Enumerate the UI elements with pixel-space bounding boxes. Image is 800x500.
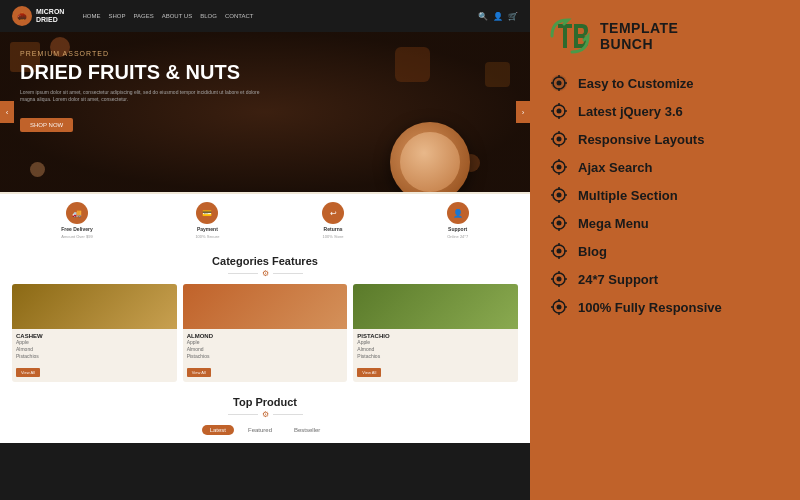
svg-point-32: [557, 221, 562, 226]
support-icon: 👤: [447, 202, 469, 224]
svg-point-8: [557, 109, 562, 114]
delivery-icon: 🚚: [66, 202, 88, 224]
nav-blog: BLOG: [200, 13, 217, 19]
hero-section: PREMIUM ASSORTED DRIED FRUITS & NUTS Lor…: [0, 32, 530, 192]
hero-product-image: [390, 122, 470, 192]
support-sublabel: Online 24*7: [447, 234, 468, 239]
template-bunch-logo: [550, 16, 590, 56]
hero-next-button[interactable]: ›: [516, 101, 530, 123]
almond-view-btn[interactable]: View All: [187, 368, 211, 377]
delivery-sublabel: Amount Over $99: [61, 234, 92, 239]
tab-latest[interactable]: Latest: [202, 425, 234, 435]
support-label: Support: [448, 226, 467, 232]
logo-icon: 🌰: [12, 6, 32, 26]
feature-text-responsive: Responsive Layouts: [578, 132, 704, 147]
category-almond: ALMOND AppleAlmondPistachios View All: [183, 284, 348, 382]
feature-text-jquery: Latest jQuery 3.6: [578, 104, 683, 119]
pistachio-items: AppleAlmondPistachios: [357, 339, 514, 360]
feature-row-support: 24*7 Support: [550, 270, 780, 288]
feature-row-mega: Mega Menu: [550, 214, 780, 232]
delivery-label: Free Delivery: [61, 226, 92, 232]
returns-sublabel: 100% Store: [323, 234, 344, 239]
tp-divider-icon: ⚙: [262, 410, 269, 419]
tab-bestseller[interactable]: Bestseller: [286, 425, 328, 435]
tp-divider-left: [228, 414, 258, 415]
nav-links: HOME SHOP PAGES ABOUT US BLOG CONTACT: [82, 13, 470, 19]
search-icon: 🔍: [478, 12, 488, 21]
nav-home: HOME: [82, 13, 100, 19]
tp-divider-right: [273, 414, 303, 415]
multiple-bullet: [550, 186, 568, 204]
cart-icon: 🛒: [508, 12, 518, 21]
feature-text-ajax: Ajax Search: [578, 160, 652, 175]
svg-point-2: [557, 81, 562, 86]
svg-point-14: [557, 137, 562, 142]
nav-shop: SHOP: [108, 13, 125, 19]
nav-about: ABOUT US: [162, 13, 193, 19]
hero-title: DRIED FRUITS & NUTS: [20, 61, 260, 83]
nav-icon-group: 🔍 👤 🛒: [478, 12, 518, 21]
cashew-items: AppleAlmondPistachios: [16, 339, 173, 360]
ajax-bullet: [550, 158, 568, 176]
feature-row-fullresponsive: 100% Fully Responsive: [550, 298, 780, 316]
tab-featured[interactable]: Featured: [240, 425, 280, 435]
hero-description: Lorem ipsum dolor sit amet, consectetur …: [20, 89, 260, 103]
jquery-bullet: [550, 102, 568, 120]
svg-point-38: [557, 249, 562, 254]
categories-title: Categories Features: [12, 255, 518, 267]
mega-bullet: [550, 214, 568, 232]
feature-text-multiple: Multiple Section: [578, 188, 678, 203]
pistachio-info: PISTACHIO AppleAlmondPistachios View All: [353, 329, 518, 382]
almond-items: AppleAlmondPistachios: [187, 339, 344, 360]
svg-point-50: [557, 305, 562, 310]
feature-row-responsive: Responsive Layouts: [550, 130, 780, 148]
feature-text-customize: Easy to Customize: [578, 76, 694, 91]
categories-section: Categories Features ⚙ CASHEW AppleAlmond…: [0, 247, 530, 390]
hero-content: PREMIUM ASSORTED DRIED FRUITS & NUTS Lor…: [0, 32, 280, 150]
divider-line-right: [273, 273, 303, 274]
brand-name: TEMPLATE BUNCH: [600, 20, 678, 52]
hero-subtitle: PREMIUM ASSORTED: [20, 50, 260, 57]
user-icon: 👤: [493, 12, 503, 21]
payment-label: Payment: [197, 226, 218, 232]
almond-image: [183, 284, 348, 329]
returns-icon: ↩: [322, 202, 344, 224]
features-strip: 🚚 Free Delivery Amount Over $99 💳 Paymen…: [0, 192, 530, 247]
feature-text-fullresponsive: 100% Fully Responsive: [578, 300, 722, 315]
product-tabs: Latest Featured Bestseller: [12, 425, 518, 435]
feature-row-multiple: Multiple Section: [550, 186, 780, 204]
nav-pages: PAGES: [133, 13, 153, 19]
nut-bowl-inner: [400, 132, 460, 192]
cashew-image: [12, 284, 177, 329]
category-cashew: CASHEW AppleAlmondPistachios View All: [12, 284, 177, 382]
categories-grid: CASHEW AppleAlmondPistachios View All AL…: [12, 284, 518, 382]
feature-row-customize: Easy to Customize: [550, 74, 780, 92]
cashew-view-btn[interactable]: View All: [16, 368, 40, 377]
fullresponsive-bullet: [550, 298, 568, 316]
feature-delivery: 🚚 Free Delivery Amount Over $99: [61, 202, 92, 239]
divider-icon: ⚙: [262, 269, 269, 278]
feature-row-blog: Blog: [550, 242, 780, 260]
categories-divider: ⚙: [12, 269, 518, 278]
feature-text-support: 24*7 Support: [578, 272, 658, 287]
pistachio-view-btn[interactable]: View All: [357, 368, 381, 377]
divider-line-left: [228, 273, 258, 274]
logo-text: MICRONDRIED: [36, 8, 64, 23]
payment-icon: 💳: [196, 202, 218, 224]
feature-text-mega: Mega Menu: [578, 216, 649, 231]
almond-info: ALMOND AppleAlmondPistachios View All: [183, 329, 348, 382]
feature-text-blog: Blog: [578, 244, 607, 259]
top-product-title: Top Product: [12, 396, 518, 408]
shop-now-button[interactable]: SHOP NOW: [20, 118, 73, 132]
brand-header: TEMPLATE BUNCH: [550, 16, 780, 56]
responsive-bullet: [550, 130, 568, 148]
cashew-info: CASHEW AppleAlmondPistachios View All: [12, 329, 177, 382]
feature-payment: 💳 Payment 100% Secure: [195, 202, 219, 239]
support-bullet: [550, 270, 568, 288]
blog-bullet: [550, 242, 568, 260]
hero-prev-button[interactable]: ‹: [0, 101, 14, 123]
right-panel: TEMPLATE BUNCH Easy to Customize: [530, 0, 800, 500]
feature-returns: ↩ Returns 100% Store: [322, 202, 344, 239]
nut-bowl: [390, 122, 470, 192]
svg-point-44: [557, 277, 562, 282]
